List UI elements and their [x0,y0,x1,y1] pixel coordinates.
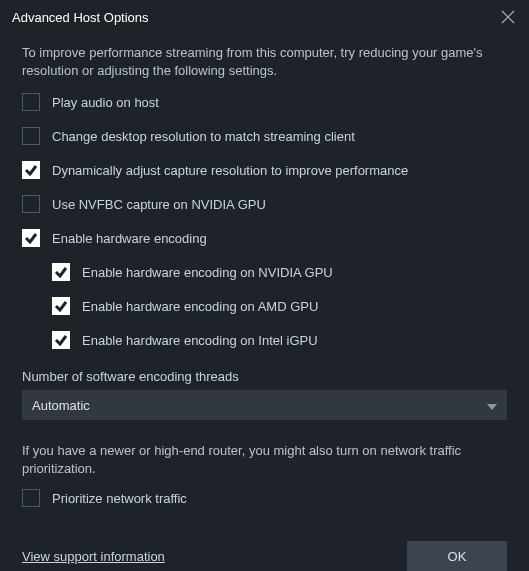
dialog-content: To improve performance streaming from th… [0,30,529,571]
threads-select-value: Automatic [32,398,90,413]
threads-select[interactable]: Automatic [22,390,507,420]
close-button[interactable] [499,8,517,26]
option-hw-encoding: Enable hardware encoding [22,229,507,247]
advanced-host-options-dialog: Advanced Host Options To improve perform… [0,0,529,571]
chevron-down-icon [487,398,497,413]
svg-marker-2 [487,404,497,410]
dialog-title: Advanced Host Options [12,10,149,25]
option-hw-intel: Enable hardware encoding on Intel iGPU [52,331,507,349]
close-icon [501,10,515,24]
option-dynamic-adjust: Dynamically adjust capture resolution to… [22,161,507,179]
checkbox-dynamic-adjust[interactable] [22,161,40,179]
label-hw-amd: Enable hardware encoding on AMD GPU [82,299,318,314]
option-prioritize-traffic: Prioritize network traffic [22,489,507,507]
checkbox-nvfbc[interactable] [22,195,40,213]
option-hw-nvidia: Enable hardware encoding on NVIDIA GPU [52,263,507,281]
checkbox-change-resolution[interactable] [22,127,40,145]
checkbox-hw-amd[interactable] [52,297,70,315]
checkbox-hw-nvidia[interactable] [52,263,70,281]
checkbox-prioritize-traffic[interactable] [22,489,40,507]
intro-text: To improve performance streaming from th… [22,44,507,79]
label-play-audio: Play audio on host [52,95,159,110]
titlebar: Advanced Host Options [0,0,529,30]
check-icon [24,163,38,177]
label-dynamic-adjust: Dynamically adjust capture resolution to… [52,163,408,178]
router-note: If you have a newer or high-end router, … [22,442,507,477]
label-hw-nvidia: Enable hardware encoding on NVIDIA GPU [82,265,333,280]
option-hw-amd: Enable hardware encoding on AMD GPU [52,297,507,315]
checkbox-hw-encoding[interactable] [22,229,40,247]
label-hw-intel: Enable hardware encoding on Intel iGPU [82,333,318,348]
check-icon [24,231,38,245]
label-change-resolution: Change desktop resolution to match strea… [52,129,355,144]
check-icon [54,299,68,313]
option-nvfbc: Use NVFBC capture on NVIDIA GPU [22,195,507,213]
check-icon [54,333,68,347]
check-icon [54,265,68,279]
label-prioritize-traffic: Prioritize network traffic [52,491,187,506]
support-link[interactable]: View support information [22,549,165,564]
dialog-footer: View support information OK [22,541,507,571]
label-nvfbc: Use NVFBC capture on NVIDIA GPU [52,197,266,212]
ok-button[interactable]: OK [407,541,507,571]
checkbox-play-audio[interactable] [22,93,40,111]
threads-label: Number of software encoding threads [22,369,507,384]
option-play-audio: Play audio on host [22,93,507,111]
checkbox-hw-intel[interactable] [52,331,70,349]
option-change-resolution: Change desktop resolution to match strea… [22,127,507,145]
label-hw-encoding: Enable hardware encoding [52,231,207,246]
